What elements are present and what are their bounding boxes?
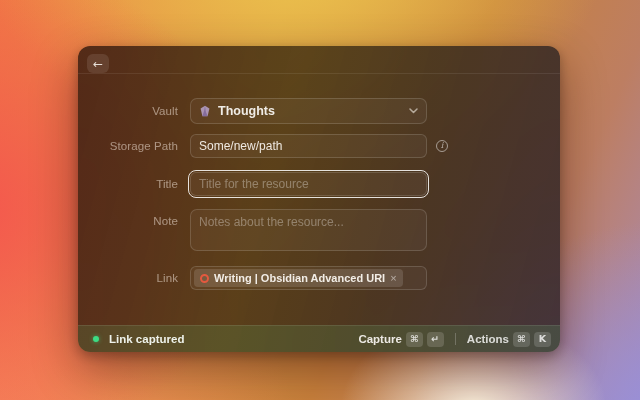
vault-dropdown[interactable]: Thoughts <box>190 98 427 124</box>
desktop-background: ← Vault Thoughts Storage Path <box>0 0 640 400</box>
title-label: Title <box>78 178 190 190</box>
note-label: Note <box>78 209 190 227</box>
form: Vault Thoughts Storage Path i Title <box>78 74 560 325</box>
link-row: Link Writing | Obsidian Advanced URI × <box>78 266 560 290</box>
back-button[interactable]: ← <box>87 54 109 73</box>
storage-path-row: Storage Path i <box>78 134 560 158</box>
k-key-icon: K <box>534 332 551 347</box>
status-dot-icon <box>93 336 99 342</box>
storage-path-input[interactable] <box>190 134 427 158</box>
return-key-icon: ↵ <box>427 332 444 347</box>
status-text: Link captured <box>109 333 184 345</box>
actions-action[interactable]: Actions ⌘ K <box>467 332 551 347</box>
info-icon: i <box>436 140 448 152</box>
title-row: Title <box>78 172 560 196</box>
window-header: ← <box>78 46 560 73</box>
footer-bar: Link captured Capture ⌘ ↵ Actions ⌘ K <box>78 325 560 352</box>
remove-tag-icon[interactable]: × <box>390 273 396 284</box>
cmd-key-icon: ⌘ <box>406 332 423 347</box>
note-row: Note <box>78 209 560 251</box>
chevron-down-icon <box>409 108 418 114</box>
link-favicon-icon <box>200 274 209 283</box>
vault-row: Vault Thoughts <box>78 98 560 124</box>
capture-window: ← Vault Thoughts Storage Path <box>78 46 560 352</box>
footer-actions: Capture ⌘ ↵ Actions ⌘ K <box>358 332 551 347</box>
actions-label: Actions <box>467 333 509 345</box>
obsidian-vault-icon <box>199 105 211 117</box>
vault-label: Vault <box>78 105 190 117</box>
cmd-key-icon: ⌘ <box>513 332 530 347</box>
note-textarea[interactable] <box>190 209 427 251</box>
vault-value: Thoughts <box>218 104 275 118</box>
capture-action[interactable]: Capture ⌘ ↵ <box>358 332 443 347</box>
link-tag-chip: Writing | Obsidian Advanced URI × <box>194 269 403 287</box>
footer-divider <box>455 333 456 345</box>
title-input[interactable] <box>190 172 427 196</box>
back-arrow-icon: ← <box>93 58 103 70</box>
link-label: Link <box>78 272 190 284</box>
storage-path-label: Storage Path <box>78 140 190 152</box>
link-input[interactable]: Writing | Obsidian Advanced URI × <box>190 266 427 290</box>
capture-label: Capture <box>358 333 401 345</box>
link-tag-label: Writing | Obsidian Advanced URI <box>214 272 385 284</box>
